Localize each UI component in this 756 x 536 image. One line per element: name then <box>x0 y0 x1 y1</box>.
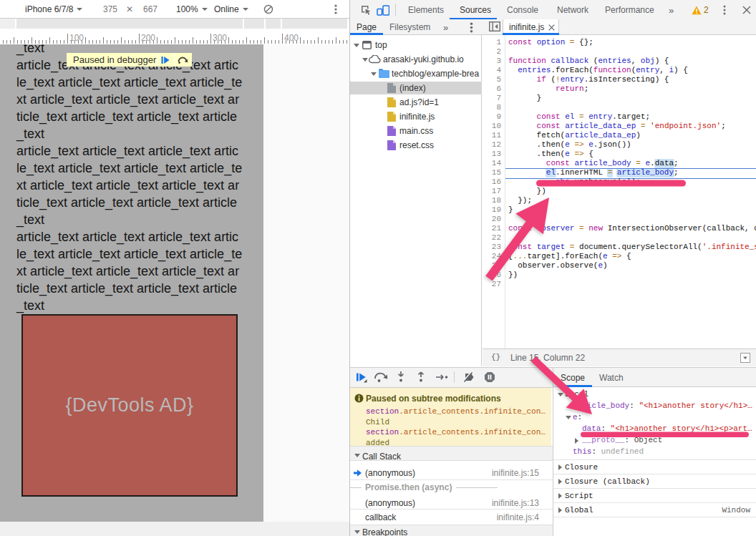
svg-text:100: 100 <box>69 33 84 43</box>
svg-text:400: 400 <box>284 33 299 43</box>
svg-text:200: 200 <box>141 33 155 43</box>
svg-text:300: 300 <box>213 33 227 43</box>
